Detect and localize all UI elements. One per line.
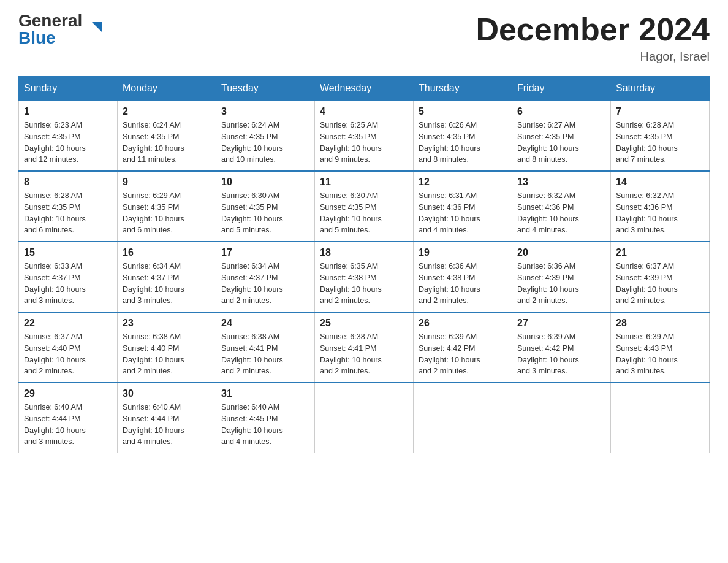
day-cell-18: 18 Sunrise: 6:35 AM Sunset: 4:38 PM Dayl… (315, 242, 414, 312)
day-info: Sunrise: 6:38 AM Sunset: 4:40 PM Dayligh… (123, 331, 211, 377)
day-cell-31: 31 Sunrise: 6:40 AM Sunset: 4:45 PM Dayl… (216, 383, 315, 453)
day-info: Sunrise: 6:24 AM Sunset: 4:35 PM Dayligh… (221, 120, 309, 166)
day-number: 31 (221, 388, 309, 399)
day-info: Sunrise: 6:30 AM Sunset: 4:35 PM Dayligh… (320, 190, 408, 236)
day-info: Sunrise: 6:40 AM Sunset: 4:45 PM Dayligh… (221, 402, 309, 448)
day-cell-26: 26 Sunrise: 6:39 AM Sunset: 4:42 PM Dayl… (414, 312, 512, 383)
day-number: 30 (123, 388, 211, 399)
svg-marker-0 (92, 22, 102, 32)
day-number: 4 (320, 106, 408, 117)
title-block: December 2024 Hagor, Israel (476, 12, 710, 64)
day-info: Sunrise: 6:24 AM Sunset: 4:35 PM Dayligh… (123, 120, 211, 166)
day-cell-22: 22 Sunrise: 6:37 AM Sunset: 4:40 PM Dayl… (19, 312, 118, 383)
day-cell-10: 10 Sunrise: 6:30 AM Sunset: 4:35 PM Dayl… (216, 171, 315, 242)
day-info: Sunrise: 6:25 AM Sunset: 4:35 PM Dayligh… (320, 120, 408, 166)
day-cell-8: 8 Sunrise: 6:28 AM Sunset: 4:35 PM Dayli… (19, 171, 118, 242)
day-cell-13: 13 Sunrise: 6:32 AM Sunset: 4:36 PM Dayl… (512, 171, 611, 242)
day-number: 27 (517, 318, 605, 329)
day-cell-30: 30 Sunrise: 6:40 AM Sunset: 4:44 PM Dayl… (118, 383, 216, 453)
day-number: 9 (123, 177, 211, 188)
day-number: 12 (419, 177, 507, 188)
day-info: Sunrise: 6:33 AM Sunset: 4:37 PM Dayligh… (24, 261, 112, 307)
day-info: Sunrise: 6:40 AM Sunset: 4:44 PM Dayligh… (24, 402, 112, 448)
day-number: 7 (616, 106, 704, 117)
weekday-header-wednesday: Wednesday (315, 77, 414, 101)
day-info: Sunrise: 6:26 AM Sunset: 4:35 PM Dayligh… (419, 120, 507, 166)
week-row-2: 8 Sunrise: 6:28 AM Sunset: 4:35 PM Dayli… (19, 171, 710, 242)
day-info: Sunrise: 6:36 AM Sunset: 4:38 PM Dayligh… (419, 261, 507, 307)
day-number: 25 (320, 318, 408, 329)
week-row-3: 15 Sunrise: 6:33 AM Sunset: 4:37 PM Dayl… (19, 242, 710, 312)
day-cell-20: 20 Sunrise: 6:36 AM Sunset: 4:39 PM Dayl… (512, 242, 611, 312)
day-number: 16 (123, 247, 211, 258)
day-info: Sunrise: 6:38 AM Sunset: 4:41 PM Dayligh… (320, 331, 408, 377)
day-cell-23: 23 Sunrise: 6:38 AM Sunset: 4:40 PM Dayl… (118, 312, 216, 383)
day-number: 1 (24, 106, 112, 117)
day-cell-4: 4 Sunrise: 6:25 AM Sunset: 4:35 PM Dayli… (315, 101, 414, 171)
day-number: 14 (616, 177, 704, 188)
day-info: Sunrise: 6:29 AM Sunset: 4:35 PM Dayligh… (123, 190, 211, 236)
logo-general-text: General (18, 12, 82, 29)
day-info: Sunrise: 6:34 AM Sunset: 4:37 PM Dayligh… (221, 261, 309, 307)
calendar-table: SundayMondayTuesdayWednesdayThursdayFrid… (18, 76, 710, 453)
month-title: December 2024 (476, 12, 710, 47)
day-cell-2: 2 Sunrise: 6:24 AM Sunset: 4:35 PM Dayli… (118, 101, 216, 171)
day-cell-12: 12 Sunrise: 6:31 AM Sunset: 4:36 PM Dayl… (414, 171, 512, 242)
day-number: 17 (221, 247, 309, 258)
day-cell-3: 3 Sunrise: 6:24 AM Sunset: 4:35 PM Dayli… (216, 101, 315, 171)
day-cell-14: 14 Sunrise: 6:32 AM Sunset: 4:36 PM Dayl… (611, 171, 710, 242)
day-info: Sunrise: 6:39 AM Sunset: 4:42 PM Dayligh… (517, 331, 605, 377)
day-cell-6: 6 Sunrise: 6:27 AM Sunset: 4:35 PM Dayli… (512, 101, 611, 171)
day-info: Sunrise: 6:37 AM Sunset: 4:39 PM Dayligh… (616, 261, 704, 307)
day-number: 21 (616, 247, 704, 258)
day-cell-29: 29 Sunrise: 6:40 AM Sunset: 4:44 PM Dayl… (19, 383, 118, 453)
weekday-header-saturday: Saturday (611, 77, 710, 101)
empty-cell (512, 383, 611, 453)
day-number: 3 (221, 106, 309, 117)
day-number: 2 (123, 106, 211, 117)
location-text: Hagor, Israel (476, 50, 710, 64)
day-info: Sunrise: 6:38 AM Sunset: 4:41 PM Dayligh… (221, 331, 309, 377)
week-row-1: 1 Sunrise: 6:23 AM Sunset: 4:35 PM Dayli… (19, 101, 710, 171)
day-number: 23 (123, 318, 211, 329)
day-number: 5 (419, 106, 507, 117)
day-cell-16: 16 Sunrise: 6:34 AM Sunset: 4:37 PM Dayl… (118, 242, 216, 312)
day-info: Sunrise: 6:36 AM Sunset: 4:39 PM Dayligh… (517, 261, 605, 307)
day-cell-24: 24 Sunrise: 6:38 AM Sunset: 4:41 PM Dayl… (216, 312, 315, 383)
day-info: Sunrise: 6:23 AM Sunset: 4:35 PM Dayligh… (24, 120, 112, 166)
day-info: Sunrise: 6:32 AM Sunset: 4:36 PM Dayligh… (616, 190, 704, 236)
empty-cell (414, 383, 512, 453)
day-info: Sunrise: 6:37 AM Sunset: 4:40 PM Dayligh… (24, 331, 112, 377)
day-number: 26 (419, 318, 507, 329)
day-cell-5: 5 Sunrise: 6:26 AM Sunset: 4:35 PM Dayli… (414, 101, 512, 171)
day-number: 15 (24, 247, 112, 258)
day-cell-17: 17 Sunrise: 6:34 AM Sunset: 4:37 PM Dayl… (216, 242, 315, 312)
logo: General Blue (18, 12, 89, 47)
day-cell-9: 9 Sunrise: 6:29 AM Sunset: 4:35 PM Dayli… (118, 171, 216, 242)
day-info: Sunrise: 6:39 AM Sunset: 4:43 PM Dayligh… (616, 331, 704, 377)
day-info: Sunrise: 6:28 AM Sunset: 4:35 PM Dayligh… (24, 190, 112, 236)
day-info: Sunrise: 6:27 AM Sunset: 4:35 PM Dayligh… (517, 120, 605, 166)
day-cell-11: 11 Sunrise: 6:30 AM Sunset: 4:35 PM Dayl… (315, 171, 414, 242)
weekday-header-thursday: Thursday (414, 77, 512, 101)
week-row-5: 29 Sunrise: 6:40 AM Sunset: 4:44 PM Dayl… (19, 383, 710, 453)
day-number: 13 (517, 177, 605, 188)
day-number: 11 (320, 177, 408, 188)
weekday-header-friday: Friday (512, 77, 611, 101)
day-number: 29 (24, 388, 112, 399)
day-cell-7: 7 Sunrise: 6:28 AM Sunset: 4:35 PM Dayli… (611, 101, 710, 171)
day-info: Sunrise: 6:40 AM Sunset: 4:44 PM Dayligh… (123, 402, 211, 448)
day-number: 28 (616, 318, 704, 329)
day-cell-25: 25 Sunrise: 6:38 AM Sunset: 4:41 PM Dayl… (315, 312, 414, 383)
week-row-4: 22 Sunrise: 6:37 AM Sunset: 4:40 PM Dayl… (19, 312, 710, 383)
weekday-header-monday: Monday (118, 77, 216, 101)
day-info: Sunrise: 6:30 AM Sunset: 4:35 PM Dayligh… (221, 190, 309, 236)
logo-arrow-icon (89, 21, 103, 34)
day-number: 10 (221, 177, 309, 188)
weekday-header-tuesday: Tuesday (216, 77, 315, 101)
day-number: 6 (517, 106, 605, 117)
weekday-header-sunday: Sunday (19, 77, 118, 101)
day-cell-28: 28 Sunrise: 6:39 AM Sunset: 4:43 PM Dayl… (611, 312, 710, 383)
day-cell-21: 21 Sunrise: 6:37 AM Sunset: 4:39 PM Dayl… (611, 242, 710, 312)
page-header: General Blue December 2024 Hagor, Israel (18, 12, 710, 64)
